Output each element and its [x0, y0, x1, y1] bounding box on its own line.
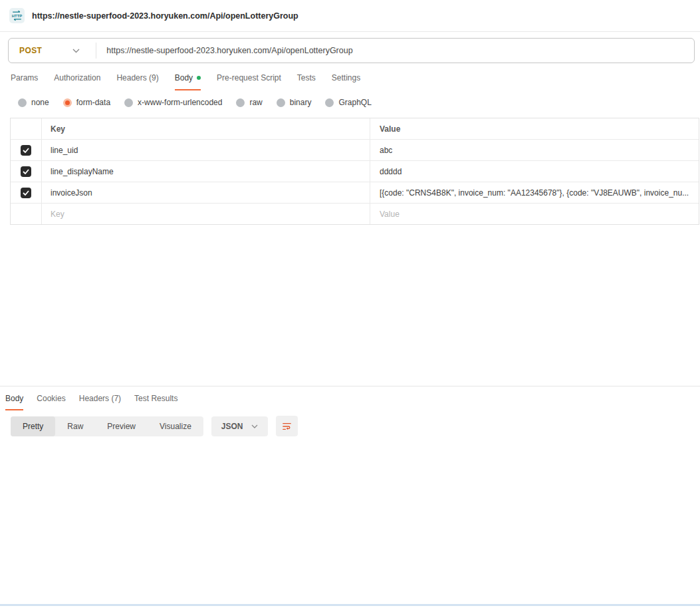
http-request-icon: HTTP — [9, 8, 25, 23]
value-cell[interactable]: [{code: "CRNS4B8K", invoice_num: "AA1234… — [370, 182, 699, 203]
view-preview-button[interactable]: Preview — [95, 416, 148, 436]
wrap-lines-button[interactable] — [276, 416, 298, 436]
key-cell[interactable]: invoiceJson — [42, 182, 370, 203]
form-data-table: Key Value line_uid abc line_displayName … — [10, 118, 699, 225]
radio-icon — [124, 98, 133, 107]
table-placeholder-row: Key Value — [11, 203, 699, 224]
tab-pre-request-script[interactable]: Pre-request Script — [217, 73, 281, 90]
postman-window: HTTP https://nestle-superfood-2023.horyu… — [0, 0, 700, 608]
value-placeholder[interactable]: Value — [370, 204, 699, 224]
url-input[interactable]: https://nestle-superfood-2023.horyuken.c… — [106, 46, 352, 55]
radio-icon — [18, 98, 27, 107]
tab-headers[interactable]: Headers (9) — [116, 73, 158, 90]
tab-settings[interactable]: Settings — [332, 73, 360, 90]
tab-authorization[interactable]: Authorization — [54, 73, 100, 90]
value-column-header: Value — [370, 118, 699, 139]
response-toolbar: Pretty Raw Preview Visualize JSON — [11, 416, 700, 436]
row-checkbox[interactable] — [21, 188, 31, 198]
tab-tests[interactable]: Tests — [297, 73, 316, 90]
mode-none[interactable]: none — [18, 98, 49, 107]
radio-selected-icon — [63, 98, 72, 107]
tab-params[interactable]: Params — [11, 73, 38, 90]
response-tab-test-results[interactable]: Test Results — [134, 394, 177, 410]
value-cell[interactable]: abc — [370, 140, 699, 160]
table-row: invoiceJson [{code: "CRNS4B8K", invoice_… — [11, 182, 699, 203]
request-title-bar: HTTP https://nestle-superfood-2023.horyu… — [0, 0, 700, 32]
empty-checkbox-cell — [11, 204, 42, 224]
key-cell[interactable]: line_displayName — [42, 161, 370, 182]
table-header-row: Key Value — [11, 118, 699, 139]
row-checkbox[interactable] — [21, 145, 31, 156]
url-bar: POST https://nestle-superfood-2023.horyu… — [8, 38, 695, 63]
mode-x-www-form-urlencoded[interactable]: x-www-form-urlencoded — [124, 98, 222, 107]
response-tab-headers[interactable]: Headers (7) — [79, 394, 121, 410]
value-cell[interactable]: ddddd — [370, 161, 699, 182]
response-tabs: Body Cookies Headers (7) Test Results — [0, 386, 700, 410]
view-pretty-button[interactable]: Pretty — [11, 416, 55, 436]
radio-icon — [325, 98, 334, 107]
mode-raw[interactable]: raw — [236, 98, 262, 107]
view-mode-switcher: Pretty Raw Preview Visualize — [11, 416, 203, 436]
body-modified-dot — [197, 76, 201, 80]
horizontal-scrollbar[interactable] — [0, 604, 700, 606]
tab-body[interactable]: Body — [175, 73, 201, 90]
wrap-lines-icon — [282, 422, 292, 431]
mode-graphql[interactable]: GraphQL — [325, 98, 371, 107]
view-raw-button[interactable]: Raw — [55, 416, 95, 436]
key-placeholder[interactable]: Key — [42, 204, 370, 224]
response-panel: Body Cookies Headers (7) Test Results Pr… — [0, 386, 700, 608]
mode-binary[interactable]: binary — [277, 98, 312, 107]
row-checkbox[interactable] — [21, 166, 31, 177]
chevron-down-icon — [251, 424, 258, 428]
format-select[interactable]: JSON — [211, 416, 268, 436]
response-tab-body[interactable]: Body — [5, 394, 23, 410]
chevron-down-icon[interactable] — [72, 49, 80, 53]
response-tab-cookies[interactable]: Cookies — [37, 394, 65, 410]
svg-text:HTTP: HTTP — [12, 14, 22, 18]
request-tab-title: https://nestle-superfood-2023.horyuken.c… — [32, 11, 298, 21]
key-cell[interactable]: line_uid — [42, 140, 370, 160]
radio-icon — [236, 98, 245, 107]
mode-form-data[interactable]: form-data — [63, 98, 110, 107]
method-selector[interactable]: POST — [19, 46, 42, 55]
select-column-header — [11, 118, 42, 139]
table-row: line_displayName ddddd — [11, 160, 699, 182]
key-column-header: Key — [42, 118, 370, 139]
table-row: line_uid abc — [11, 139, 699, 160]
request-tabs: Params Authorization Headers (9) Body Pr… — [11, 73, 360, 90]
divider — [96, 43, 96, 59]
body-mode-options: none form-data x-www-form-urlencoded raw… — [18, 98, 372, 107]
radio-icon — [277, 98, 285, 107]
view-visualize-button[interactable]: Visualize — [148, 416, 203, 436]
